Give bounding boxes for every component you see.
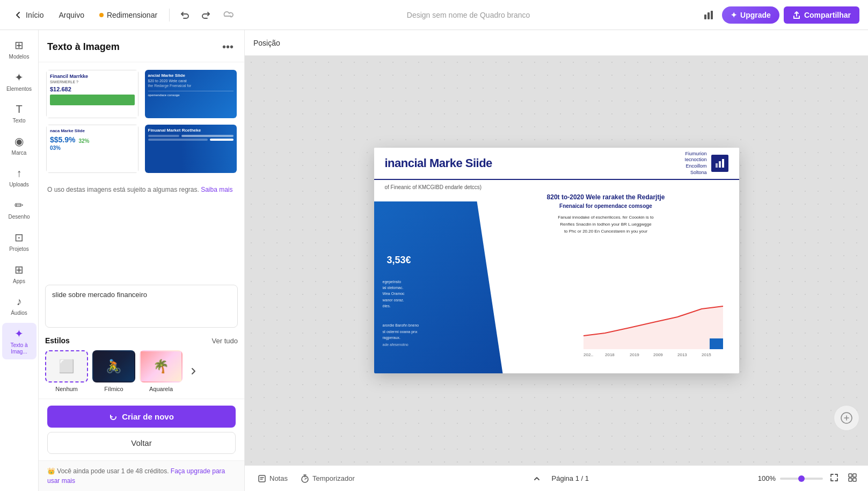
sidebar-item-uploads[interactable]: ↑ Uploads [2,163,37,192]
bottom-bar: Notas Temporizador [245,465,868,491]
slide-chart-area: 202‥ 2018 2019 2009 2013 2015 [578,293,728,357]
sidebar-item-elementos[interactable]: ✦ Elementos [2,67,37,97]
undo-button[interactable] [176,6,193,24]
grid-icon [848,473,857,482]
zoom-slider[interactable] [780,478,823,480]
redo-button[interactable] [198,6,215,24]
style-none[interactable]: ⬜ Nenhum [45,350,88,392]
template-card-2[interactable]: ancial Marke Slide $20 to 2020 Wele cara… [144,69,238,119]
bottom-left: Notas Temporizador [253,471,359,486]
template-thumb-1: Financil Marrkke SIWERMERLE ? $12.682 [46,70,138,118]
upgrade-label: Upgrade [740,11,771,19]
temporizador-button[interactable]: Temporizador [296,471,359,486]
credits-footer: 👑 Você ainda pode usar 1 de 48 créditos.… [39,460,244,491]
styles-title: Estilos [45,336,70,345]
upgrade-button[interactable]: ✦ Upgrade [722,6,779,24]
sidebar-item-apps[interactable]: ⊞ Apps [2,259,37,289]
canvas-toolbar-label: Posição [253,39,280,47]
sidebar-item-audios[interactable]: ♪ Áudios [2,291,37,321]
sidebar-item-desenho[interactable]: ✏ Desenho [2,194,37,225]
slide-middle-content: 820t to-2020 Wele raraket the Redarjtje … [482,193,731,235]
svg-rect-4 [719,161,721,168]
analytics-button[interactable] [699,6,718,24]
style-filmico-label: Fílmico [104,386,123,392]
template-card-1[interactable]: Financil Marrkke SIWERMERLE ? $12.682 [45,69,140,119]
slide-preview[interactable]: inancial Marke Siide Fiumurion Iecnoctio… [374,148,739,373]
svg-rect-2 [711,11,713,19]
arquivo-button[interactable]: Arquivo [53,8,89,23]
template-thumb-4: Finuanal Market Rcetheke [145,125,237,173]
template-card-4[interactable]: Finuanal Market Rcetheke [144,124,238,174]
cloud-save-button[interactable] [219,6,237,24]
criar-button[interactable]: Criar de novo [47,406,236,428]
ver-tudo-button[interactable]: Ver tudo [212,337,238,345]
panel-menu-button[interactable]: ••• [220,39,236,55]
elementos-label: Elementos [6,86,32,92]
share-button[interactable]: Compartilhar [784,6,859,24]
redimensionar-label: Redimensionar [107,11,157,19]
svg-rect-23 [853,474,856,477]
undo-icon [179,10,190,20]
voltar-button[interactable]: Voltar [47,432,236,454]
grid-view-button[interactable] [845,471,859,487]
modelos-label: Modelos [9,54,30,60]
style-thumb-none: ⬜ [45,350,88,382]
styles-row: ⬜ Nenhum 🚴 Fílmico [45,350,238,392]
magic-icon [840,411,853,424]
svg-rect-15 [259,475,265,482]
svg-text:2019: 2019 [630,352,639,357]
slide-logo-icon [711,155,728,172]
style-aquarela[interactable]: 🌴 Aquarela [140,350,183,392]
svg-rect-5 [722,159,724,168]
redimensionar-button[interactable]: Redimensionar [94,8,163,23]
sidebar-item-projetos[interactable]: ⊡ Projetos [2,227,37,257]
crown-icon: 👑 [47,467,55,475]
fullscreen-icon [829,473,839,482]
sidebar-item-marca[interactable]: ◉ Marca [2,131,37,161]
elementos-icon: ✦ [14,71,24,84]
svg-marker-12 [583,306,723,349]
back-label: Início [26,11,43,19]
zoom-slider-dot [798,475,805,482]
svg-rect-1 [707,12,710,19]
nav-center: Design sem nome de Quadro branco [242,10,695,20]
sidebar-item-modelos[interactable]: ⊞ Modelos [2,34,37,64]
slide-logo-area: Fiumurion Iecnoction Encoillom Soltona [684,151,728,176]
marca-label: Marca [12,150,27,156]
temporizador-label: Temporizador [312,474,355,482]
magic-button[interactable] [834,405,859,431]
prompt-area: slide sobre mercado financeiro [39,285,244,336]
credits-text: Você ainda pode usar 1 de 48 créditos. [57,467,169,475]
svg-text:2013: 2013 [677,352,687,357]
panel-title: Texto à Imagem [47,41,120,53]
template-thumb-2: ancial Marke Slide $20 to 2020 Wele cara… [145,70,237,118]
audios-icon: ♪ [17,295,22,308]
notas-button[interactable]: Notas [253,471,292,486]
share-label: Compartilhar [804,11,851,19]
back-button[interactable]: Início [9,8,49,23]
prompt-input[interactable]: slide sobre mercado financeiro [45,285,238,328]
bottom-center: Página 1 / 1 [528,471,589,486]
sidebar-item-texto[interactable]: T Texto [2,99,37,128]
apps-icon: ⊞ [14,263,24,276]
hide-pages-button[interactable] [528,471,545,486]
template-scroll[interactable]: Financil Marrkke SIWERMERLE ? $12.682 an… [39,62,244,285]
styles-next-button[interactable] [187,365,200,378]
chevron-right-icon [189,367,198,376]
analytics-icon [703,9,714,21]
disclaimer-link[interactable]: Saiba mais [201,186,232,193]
svg-rect-0 [704,15,706,19]
template-card-3[interactable]: naca Marke Slide $$5.9% 32% 03% [45,124,140,174]
sidebar-item-texto-imagem[interactable]: ✦ Texto à Imag... [2,323,37,359]
main-layout: ⊞ Modelos ✦ Elementos T Texto ◉ Marca ↑ … [0,30,868,491]
slide-body: Fanual innodake of escherilicces. fer Co… [482,214,731,235]
fullscreen-button[interactable] [827,471,841,487]
timer-icon [301,474,309,483]
canvas-viewport[interactable]: inancial Marke Siide Fiumurion Iecnoctio… [245,56,868,465]
uploads-label: Uploads [9,182,29,188]
texto-imagem-label: Texto à Imag... [4,342,34,355]
disclaimer-text: O uso destas imagens está sujeito a algu… [45,180,238,199]
upgrade-star-icon: ✦ [731,11,737,19]
style-filmico[interactable]: 🚴 Fílmico [92,350,135,392]
canvas-area: Posição inancial Marke Siide Fiumurion I… [245,30,868,491]
